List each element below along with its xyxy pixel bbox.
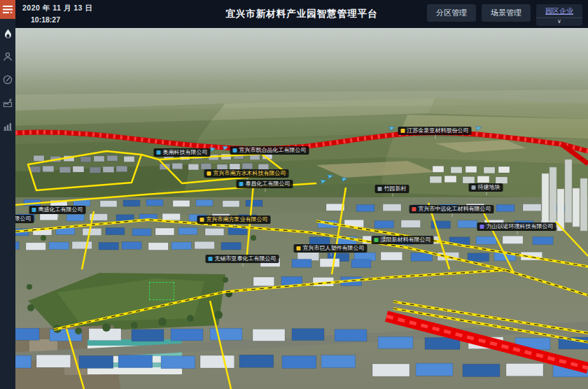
factory-marker-icon — [200, 218, 204, 222]
map-label-text: 奥南科技有限公司 — [163, 150, 208, 155]
factory-marker-icon — [32, 208, 36, 212]
map-label-text: 力山以诺环境科技有限公司 — [486, 224, 554, 229]
person-icon[interactable] — [0, 48, 15, 65]
map-label[interactable]: 溧阳新材料有限公司 — [372, 236, 434, 244]
factory-marker-icon — [209, 257, 213, 261]
factory-icon[interactable] — [0, 94, 15, 111]
map-label[interactable]: 泰昌化工有限公司 — [237, 180, 293, 188]
factory-marker-icon — [207, 171, 211, 176]
factory-marker-icon — [239, 182, 244, 186]
map-label-text: 江苏金泉亚材料股份公司 — [407, 128, 469, 134]
map-label-text: 宜兴市南方泵业有限公司 — [206, 217, 268, 222]
dropdown-label: 园区企业 — [536, 4, 582, 17]
map-label[interactable]: 江苏金泉亚材料股份公司 — [398, 127, 472, 135]
map-label[interactable]: 力山以诺环境科技有限公司 — [477, 222, 556, 231]
map-label-text: 无锡市亚泰化工有限公司 — [215, 256, 276, 262]
map-label-text: 宜兴市凯合晶化工有限公司 — [239, 148, 307, 153]
scene-manage-button[interactable]: 场景管理 — [482, 4, 531, 22]
factory-marker-icon — [374, 238, 379, 242]
map-label[interactable]: 宜兴市南方泵业有限公司 — [197, 215, 271, 224]
map-label[interactable]: 无锡市亚泰化工有限公司 — [206, 255, 279, 263]
left-toolbar — [0, 0, 15, 389]
meter-icon[interactable] — [0, 71, 15, 88]
flame-icon[interactable] — [0, 25, 15, 42]
map-label-text: 泰昌化工有限公司 — [246, 181, 290, 187]
map-label-text: 待建地块 — [478, 185, 500, 190]
map-label[interactable]: 宜兴市南方水木科技有限公司 — [204, 169, 289, 178]
map-label-text: 溧阳新材料有限公司 — [381, 237, 431, 243]
factory-marker-icon — [297, 246, 301, 250]
factory-marker-icon — [480, 225, 484, 229]
menu-icon[interactable] — [0, 0, 15, 19]
map-label[interactable]: 奥南科技有限公司 — [154, 148, 211, 157]
map-label-text: 竹园新村 — [384, 186, 407, 192]
map-label-text: 鹰盛化工有限公司 — [38, 207, 83, 213]
map-label[interactable]: 竹园新村 — [375, 185, 410, 193]
map-label[interactable]: 宜兴市巨人塑件有限公司 — [294, 244, 368, 253]
chevron-down-icon: ∨ — [536, 17, 582, 26]
map-label-text: 宜兴市南方水木科技有限公司 — [214, 171, 286, 176]
factory-marker-icon — [378, 187, 382, 191]
map-terrain — [15, 28, 588, 389]
map-label[interactable]: 宜兴市中远化工材料有限公司 — [410, 205, 494, 213]
factory-marker-icon — [401, 129, 405, 133]
zone-manage-button[interactable]: 分区管理 — [427, 4, 476, 22]
factory-marker-icon — [233, 148, 237, 153]
map-label[interactable]: 待建地块 — [469, 183, 503, 192]
factory-marker-icon — [412, 207, 416, 211]
park-enterprise-dropdown[interactable]: 园区企业 ∨ — [536, 4, 582, 26]
map-3d-view[interactable] — [15, 28, 588, 389]
factory-marker-icon — [157, 150, 161, 155]
map-label-text: 宜兴市中远化工材料有限公司 — [419, 206, 491, 212]
top-bar: 2020 年 11 月 13 日 10:18:27 宜兴市新材料产业园智慧管理平… — [15, 0, 588, 28]
map-label[interactable]: 鹰盛化工有限公司 — [29, 206, 86, 214]
map-label-text: 宜兴市巨人塑件有限公司 — [303, 246, 365, 251]
bar-chart-icon[interactable] — [0, 118, 15, 134]
factory-marker-icon — [472, 185, 476, 190]
map-label[interactable]: 宜兴市凯合晶化工有限公司 — [230, 146, 309, 155]
